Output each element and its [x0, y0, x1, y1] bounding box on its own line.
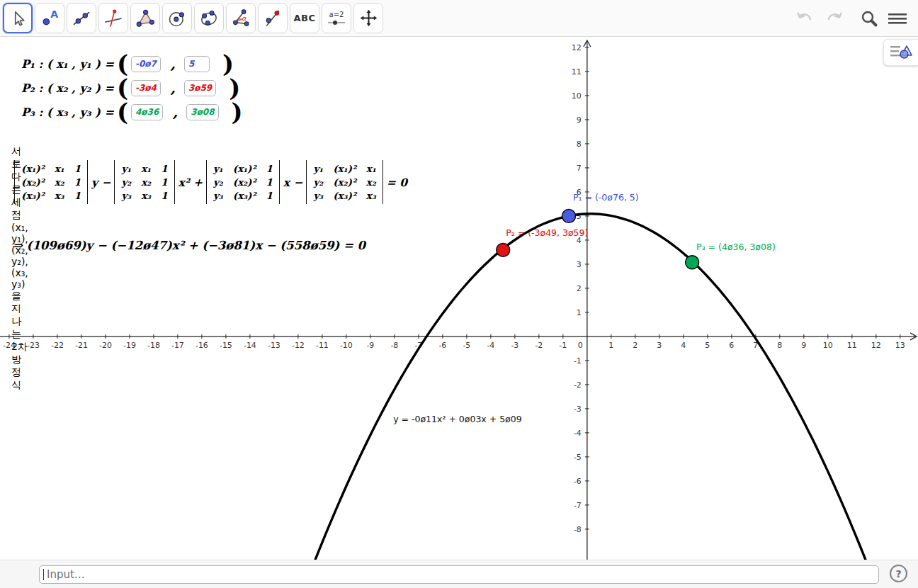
- point-definition-row: P₂ : ( x₂ , y₂ ) = ( -3ø4 , 3ø59 ): [21, 76, 243, 100]
- determinant-matrix: (x₁)²x₁1(x₂)²x₂1(x₃)²x₃1: [14, 160, 88, 204]
- tool-text[interactable]: ABC: [290, 3, 319, 33]
- equation-term: x² +: [178, 176, 203, 189]
- svg-text:-14: -14: [244, 341, 256, 350]
- point-definition-row: P₃ : ( x₃ , y₃ ) = ( 4ø36 , 3ø08 ): [21, 100, 243, 124]
- svg-text:α: α: [242, 13, 246, 21]
- svg-text:-19: -19: [123, 341, 136, 350]
- determinant-matrix: y₁(x₁)²x₁y₂(x₂)²x₂y₃(x₃)²x₃: [306, 160, 382, 204]
- svg-text:-5: -5: [574, 453, 582, 462]
- svg-text:-6: -6: [574, 477, 582, 486]
- svg-text:-1: -1: [574, 356, 582, 366]
- svg-text:1: 1: [577, 308, 582, 317]
- graph-point-P1[interactable]: [562, 209, 576, 222]
- svg-text:3: 3: [657, 341, 662, 350]
- svg-text:-16: -16: [196, 341, 208, 350]
- svg-text:0: 0: [578, 341, 583, 350]
- curve-equation-label: y = -0ø11x² + 0ø03x + 5ø09: [393, 414, 522, 424]
- svg-text:3: 3: [577, 260, 582, 269]
- help-button[interactable]: ?: [890, 565, 907, 582]
- svg-text:-9: -9: [366, 341, 374, 350]
- svg-text:6: 6: [729, 341, 734, 350]
- tool-move-graphics-view[interactable]: [353, 3, 383, 33]
- tool-slider[interactable]: a=2: [322, 3, 351, 33]
- x1-input[interactable]: -0ø7: [131, 56, 161, 72]
- tool-ellipse[interactable]: [194, 3, 224, 33]
- svg-text:9: 9: [801, 341, 806, 350]
- undo-button[interactable]: [793, 6, 817, 30]
- svg-text:-12: -12: [292, 341, 305, 350]
- tool-angle[interactable]: α: [226, 3, 256, 33]
- svg-text:7: 7: [577, 164, 582, 173]
- svg-text:-6: -6: [438, 341, 446, 350]
- svg-text:11: 11: [847, 341, 857, 350]
- determinant-equation: (x₁)²x₁1(x₂)²x₂1(x₃)²x₃1y −y₁x₁1y₂x₂1y₃x…: [14, 160, 411, 204]
- svg-text:1: 1: [608, 341, 613, 350]
- x2-input[interactable]: -3ø4: [131, 80, 161, 96]
- svg-text:8: 8: [777, 341, 782, 350]
- point-lhs: P₁ : ( x₁ , y₁ ) =: [21, 57, 114, 71]
- algebra-panel-toggle[interactable]: [883, 39, 918, 66]
- hamburger-menu-icon: [887, 10, 908, 27]
- svg-text:-3: -3: [574, 405, 582, 414]
- svg-text:-18: -18: [147, 341, 160, 350]
- toolbar: A: [0, 0, 918, 37]
- svg-text:-10: -10: [340, 341, 353, 350]
- svg-text:-4: -4: [574, 429, 582, 438]
- equation-term: y −: [91, 176, 110, 189]
- svg-text:-15: -15: [220, 341, 232, 350]
- tool-move[interactable]: [3, 3, 33, 33]
- svg-text:-20: -20: [99, 341, 112, 350]
- svg-text:-5: -5: [463, 341, 470, 350]
- help-icon: ?: [895, 568, 901, 579]
- svg-text:-22: -22: [51, 341, 64, 350]
- tool-reflect-about-line[interactable]: [258, 3, 288, 33]
- redo-button[interactable]: [822, 6, 846, 30]
- move-view-icon: [359, 9, 378, 28]
- point-icon: A: [40, 9, 60, 28]
- text-caret: [43, 569, 44, 580]
- undo-icon: [795, 10, 815, 27]
- svg-text:4: 4: [681, 341, 686, 350]
- svg-text:13: 13: [895, 341, 905, 350]
- svg-text:-21: -21: [75, 341, 88, 350]
- y3-input[interactable]: 3ø08: [186, 104, 218, 120]
- svg-text:-2: -2: [574, 380, 582, 390]
- svg-text:12: 12: [572, 43, 582, 52]
- y2-input[interactable]: 3ø59: [184, 80, 216, 96]
- tool-point[interactable]: A: [35, 3, 64, 33]
- determinant-matrix: y₁x₁1y₂x₂1y₃x₃1: [114, 160, 174, 204]
- svg-text:9: 9: [577, 115, 582, 125]
- point-lhs: P₂ : ( x₂ , y₂ ) =: [21, 81, 114, 95]
- tool-perpendicular-line[interactable]: [98, 3, 128, 33]
- circle-icon: [167, 9, 187, 28]
- search-button[interactable]: [857, 6, 881, 30]
- tool-line[interactable]: [67, 3, 96, 33]
- graphics-view[interactable]: -24-23-22-21-20-19-18-17-16-15-14-13-12-…: [0, 38, 918, 560]
- svg-text:-23: -23: [27, 341, 40, 350]
- svg-text:-11: -11: [316, 341, 329, 350]
- point-definition-row: P₁ : ( x₁ , y₁ ) = ( -0ø7 , 5 ): [21, 52, 243, 76]
- tool-circle-with-center[interactable]: [162, 3, 192, 33]
- algebra-panel-icon: [890, 43, 912, 62]
- slider-icon: a=2: [327, 11, 346, 26]
- result-equation: ⇒ (109ø69)y − (−12ø47)x² + (−3ø81)x − (5…: [13, 239, 366, 252]
- command-input[interactable]: [39, 565, 879, 584]
- svg-text:A: A: [50, 9, 58, 20]
- svg-text:10: 10: [572, 91, 582, 101]
- search-icon: [859, 9, 879, 28]
- x3-input[interactable]: 4ø36: [131, 104, 163, 120]
- line-icon: [72, 9, 91, 28]
- point-definitions: P₁ : ( x₁ , y₁ ) = ( -0ø7 , 5 ) P₂ : ( x…: [21, 52, 243, 124]
- point-label-P1: P₁ = (-0ø76, 5): [573, 192, 639, 203]
- redo-icon: [824, 10, 844, 27]
- text-tool-icon: ABC: [293, 13, 315, 23]
- svg-text:8: 8: [577, 140, 582, 149]
- perpendicular-line-icon: [103, 9, 123, 28]
- tool-polygon[interactable]: [130, 3, 160, 33]
- graph-point-P2[interactable]: [497, 243, 510, 256]
- svg-text:-8: -8: [574, 525, 582, 534]
- y1-input[interactable]: 5: [184, 56, 210, 72]
- menu-button[interactable]: [885, 6, 910, 30]
- svg-text:-17: -17: [171, 341, 184, 350]
- graph-point-P3[interactable]: [686, 256, 699, 269]
